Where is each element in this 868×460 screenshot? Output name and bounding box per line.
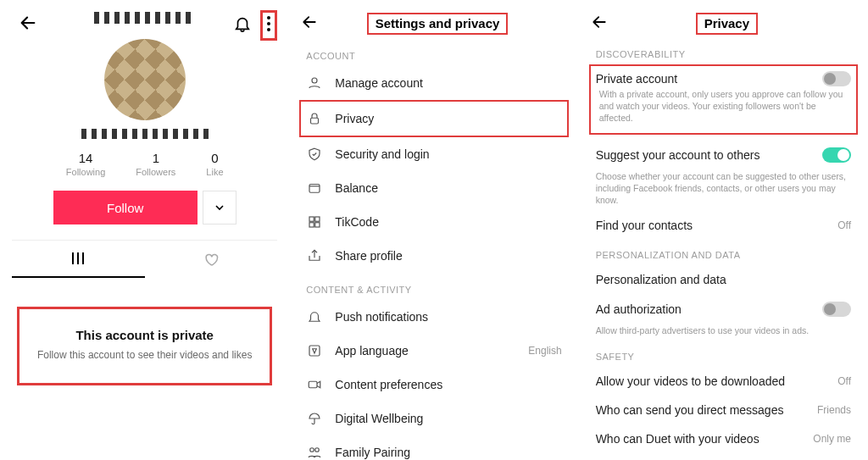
page-title: Privacy — [704, 16, 749, 30]
tab-liked[interactable] — [145, 241, 278, 278]
svg-point-1 — [267, 16, 270, 19]
stat-following[interactable]: 14 Following — [66, 151, 105, 177]
lock-icon — [306, 110, 323, 127]
private-account-toggle[interactable] — [822, 71, 851, 86]
row-label: Ad authorization — [596, 302, 810, 316]
svg-rect-13 — [309, 223, 314, 227]
row-suggest[interactable]: Suggest your account to others — [591, 140, 856, 170]
row-label: Digital Wellbeing — [335, 412, 561, 425]
share-icon — [306, 247, 323, 264]
follow-caret-button[interactable] — [203, 191, 236, 224]
row-content-pref[interactable]: Content preferences — [301, 368, 566, 402]
row-label: Personalization and data — [596, 273, 851, 286]
family-icon — [306, 444, 323, 460]
row-dm[interactable]: Who can send you direct messages Friends — [591, 396, 856, 424]
row-duet[interactable]: Who can Duet with your videos Only me — [591, 424, 856, 453]
row-ad-auth[interactable]: Ad authorization — [591, 294, 856, 324]
profile-tabs — [12, 240, 277, 278]
settings-pane: Settings and privacy ACCOUNT Manage acco… — [289, 0, 578, 460]
row-share-profile[interactable]: Share profile — [301, 239, 566, 273]
row-personalization[interactable]: Personalization and data — [591, 265, 856, 294]
suggest-toggle[interactable] — [822, 147, 851, 163]
avatar[interactable] — [104, 39, 186, 120]
bell-icon[interactable] — [233, 14, 252, 36]
row-private-account[interactable]: Private account — [594, 68, 853, 88]
privacy-pane: Privacy DISCOVERABILITY Private account … — [579, 0, 868, 460]
row-label: Share profile — [335, 249, 561, 263]
row-download[interactable]: Allow your videos to be downloaded Off — [591, 367, 856, 396]
language-icon — [306, 342, 323, 359]
ad-auth-toggle[interactable] — [822, 302, 851, 317]
section-safety-header: SAFETY — [596, 352, 856, 362]
followers-count: 1 — [136, 151, 175, 165]
chevron-down-icon — [214, 202, 225, 213]
section-personal-header: PERSONALIZATION AND DATA — [596, 250, 856, 260]
row-label: Privacy — [335, 112, 561, 125]
row-label: Content preferences — [335, 378, 561, 391]
following-label: Following — [66, 167, 105, 177]
row-label: Balance — [335, 181, 561, 195]
row-label: Push notifications — [335, 310, 561, 324]
svg-point-2 — [267, 22, 270, 25]
svg-point-8 — [312, 78, 317, 83]
row-tikcode[interactable]: TikCode — [301, 205, 566, 239]
follow-button[interactable]: Follow — [53, 191, 198, 224]
svg-rect-16 — [309, 381, 318, 388]
person-icon — [306, 75, 323, 91]
row-manage-account[interactable]: Manage account — [301, 66, 566, 100]
row-label: Allow your videos to be downloaded — [596, 374, 826, 388]
private-account-highlight: Private account With a private account, … — [589, 64, 858, 135]
row-find-contacts[interactable]: Find your contacts Off — [591, 211, 856, 240]
row-value: Only me — [813, 433, 851, 445]
wallet-icon — [306, 180, 323, 197]
handle-pixelated — [81, 129, 209, 139]
row-push[interactable]: Push notifications — [301, 300, 566, 334]
svg-rect-11 — [309, 217, 314, 221]
svg-point-17 — [310, 448, 314, 452]
row-label: Private account — [596, 72, 810, 86]
row-label: Suggest your account to others — [596, 148, 810, 162]
row-language[interactable]: App language English — [301, 334, 566, 368]
username-pixelated — [94, 12, 196, 24]
section-content-header: CONTENT & ACTIVITY — [306, 285, 566, 295]
shield-icon — [306, 146, 323, 163]
row-label: Manage account — [335, 76, 561, 90]
row-label: TikCode — [335, 215, 561, 229]
settings-title-highlight: Settings and privacy — [367, 13, 509, 35]
likes-label: Like — [206, 167, 223, 177]
ad-auth-desc: Allow third-party advertisers to use you… — [591, 324, 856, 341]
svg-point-18 — [315, 448, 320, 452]
private-account-notice: This account is private Follow this acco… — [17, 307, 272, 385]
svg-rect-10 — [309, 185, 320, 193]
row-family-pairing[interactable]: Family Pairing — [301, 435, 566, 460]
tab-feed[interactable] — [12, 241, 145, 278]
section-discover-header: DISCOVERABILITY — [596, 49, 856, 59]
more-dots-icon[interactable] — [266, 21, 271, 36]
row-privacy-highlight[interactable]: Privacy — [299, 100, 568, 137]
row-value: Off — [837, 375, 851, 387]
row-label: Who can Duet with your videos — [596, 432, 802, 446]
row-security[interactable]: Security and login — [301, 137, 566, 171]
feed-icon — [70, 251, 86, 266]
umbrella-icon — [306, 410, 323, 427]
row-label: Find your contacts — [596, 219, 826, 232]
followers-label: Followers — [136, 167, 175, 177]
row-stitch[interactable]: Who can Stitch with your videos Only me — [591, 453, 856, 460]
private-subtitle: Follow this account to see their videos … — [30, 349, 259, 361]
back-icon[interactable] — [19, 14, 37, 36]
privacy-title-highlight: Privacy — [696, 13, 758, 35]
row-wellbeing[interactable]: Digital Wellbeing — [301, 402, 566, 435]
page-title: Settings and privacy — [376, 16, 500, 30]
row-balance[interactable]: Balance — [301, 171, 566, 205]
row-value: Friends — [817, 404, 851, 416]
svg-point-3 — [267, 28, 270, 31]
private-title: This account is private — [30, 328, 259, 342]
stats-row: 14 Following 1 Followers 0 Like — [12, 151, 277, 177]
svg-rect-12 — [315, 217, 320, 221]
stat-likes[interactable]: 0 Like — [206, 151, 223, 177]
following-count: 14 — [66, 151, 105, 165]
qr-icon — [306, 213, 323, 230]
row-label: Security and login — [335, 147, 561, 161]
row-label: Family Pairing — [335, 446, 561, 459]
stat-followers[interactable]: 1 Followers — [136, 151, 175, 177]
